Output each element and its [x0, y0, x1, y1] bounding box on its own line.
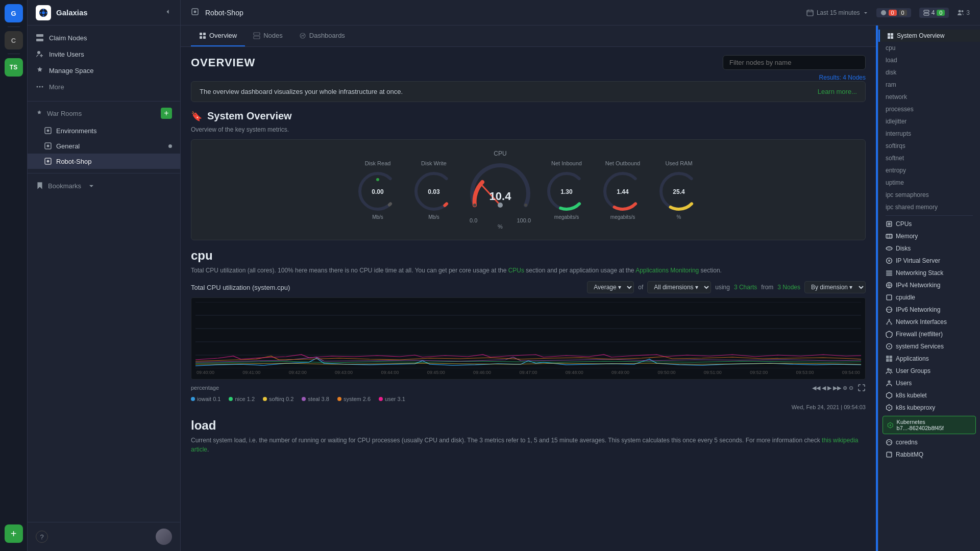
alerts-badge[interactable]: 0 0 — [876, 8, 911, 17]
right-item-firewall[interactable]: Firewall (netfilter) — [878, 328, 980, 340]
right-item-processes[interactable]: processes — [878, 103, 980, 115]
charts-link[interactable]: 3 Charts — [734, 284, 757, 291]
right-item-softirqs[interactable]: softirqs — [878, 140, 980, 152]
user-avatar[interactable] — [156, 529, 172, 545]
workspace-c[interactable]: C — [5, 31, 23, 49]
right-item-ipv6[interactable]: IPv6 Networking — [878, 304, 980, 316]
svg-rect-26 — [203, 33, 206, 35]
nodes-badge[interactable]: 4 0 — [919, 8, 949, 18]
svg-point-91 — [887, 440, 892, 445]
by-select[interactable]: By dimension ▾ — [804, 281, 866, 293]
right-sidebar: System Overview cpu load disk ram networ… — [878, 26, 980, 551]
sidebar-item-invite-users[interactable]: Invite Users — [28, 46, 180, 62]
right-item-cpus[interactable]: CPUs — [878, 218, 980, 230]
sidebar: Galaxias Claim Nodes Invite Users Manage… — [28, 0, 181, 551]
k8s-kubeproxy-icon — [886, 404, 893, 411]
right-item-ip-virtual-server[interactable]: IP Virtual Server — [878, 255, 980, 267]
right-item-system-overview[interactable]: System Overview — [878, 30, 980, 42]
nodes-link[interactable]: 3 Nodes — [777, 284, 800, 291]
svg-point-3 — [43, 15, 44, 16]
tab-overview[interactable]: Overview — [191, 26, 245, 46]
right-item-interrupts[interactable]: interrupts — [878, 128, 980, 140]
right-item-entropy[interactable]: entropy — [878, 164, 980, 177]
disks-icon — [886, 245, 893, 252]
gauge-net-outbound: Net Outbound 1.44 megabits/s — [600, 160, 646, 220]
legend-steal: steal 3.8 — [302, 396, 329, 402]
svg-rect-83 — [890, 356, 892, 358]
svg-rect-29 — [254, 33, 260, 35]
wiki-link[interactable]: this wikipedia article — [191, 437, 858, 453]
sidebar-item-claim-nodes[interactable]: Claim Nodes — [28, 30, 180, 46]
percentage-label: percentage — [191, 385, 219, 391]
right-item-ipc-shared-memory[interactable]: ipc shared memory — [878, 201, 980, 213]
right-item-cpu[interactable]: cpu — [878, 42, 980, 54]
war-room-environments[interactable]: Environments — [28, 123, 180, 138]
right-item-cpuidle[interactable]: cpuidle — [878, 291, 980, 304]
tab-bar: Overview Nodes Dashboards — [181, 26, 876, 47]
svg-line-79 — [889, 320, 891, 323]
users-count[interactable]: 3 — [957, 9, 970, 16]
app-monitoring-link[interactable]: Applications Monitoring — [635, 267, 699, 274]
right-item-network-interfaces[interactable]: Network Interfaces — [878, 316, 980, 328]
right-item-memory[interactable]: Memory — [878, 230, 980, 242]
right-item-applications[interactable]: Applications — [878, 353, 980, 365]
right-item-ipc-semaphores[interactable]: ipc semaphores — [878, 189, 980, 201]
war-room-general[interactable]: General — [28, 138, 180, 154]
right-item-softnet[interactable]: softnet — [878, 152, 980, 164]
gauge-disk-write: Disk Write 0.03 Mb/s — [411, 160, 457, 220]
learn-more-link[interactable]: Learn more... — [818, 88, 857, 95]
war-room-robot-shop[interactable]: Robot-Shop — [28, 154, 180, 169]
system-color — [337, 397, 341, 401]
cpu-title: cpu — [191, 248, 866, 263]
right-item-k8s-kubeproxy[interactable]: k8s kubeproxy — [878, 402, 980, 414]
right-item-uptime[interactable]: uptime — [878, 177, 980, 189]
sidebar-item-more[interactable]: More — [28, 79, 180, 95]
filter-nodes-input[interactable] — [723, 55, 866, 70]
right-item-coredns[interactable]: coredns — [878, 436, 980, 448]
right-item-idlejitter[interactable]: idlejitter — [878, 115, 980, 128]
tab-dashboards[interactable]: Dashboards — [291, 26, 353, 46]
right-item-kubernetes[interactable]: Kubernetes b7...-862402b8f45f — [883, 416, 976, 434]
right-item-rabbitmq[interactable]: RabbitMQ — [878, 448, 980, 461]
svg-rect-85 — [890, 359, 892, 362]
chart-controls: Average ▾ of All dimensions ▾ using 3 Ch… — [587, 281, 866, 293]
workspace-g[interactable]: G — [5, 4, 23, 22]
dimensions-select[interactable]: All dimensions ▾ — [647, 281, 711, 293]
avg-select[interactable]: Average ▾ — [587, 281, 634, 293]
right-item-disks[interactable]: Disks — [878, 242, 980, 255]
sidebar-collapse-button[interactable] — [164, 8, 172, 17]
right-item-network[interactable]: network — [878, 91, 980, 103]
tab-nodes[interactable]: Nodes — [245, 26, 291, 46]
right-item-disk[interactable]: disk — [878, 66, 980, 79]
right-item-ipv4[interactable]: IPv4 Networking — [878, 279, 980, 291]
center-panel: Overview Nodes Dashboards OVERVIEW Resul… — [181, 26, 876, 551]
time-range[interactable]: Last 15 minutes — [806, 9, 868, 16]
add-war-room-button[interactable]: + — [161, 108, 172, 119]
gauge-disk-read: Disk Read 0.00 Mb/s — [355, 160, 401, 220]
project-icon — [191, 8, 199, 17]
chart-expand-icon[interactable] — [857, 384, 866, 392]
right-item-users[interactable]: Users — [878, 377, 980, 389]
right-item-networking-stack[interactable]: Networking Stack — [878, 267, 980, 279]
overview-header: OVERVIEW — [181, 47, 876, 78]
svg-rect-21 — [924, 10, 929, 12]
right-item-ram[interactable]: ram — [878, 79, 980, 91]
sidebar-item-manage-space[interactable]: Manage Space — [28, 62, 180, 79]
sidebar-nav: Claim Nodes Invite Users Manage Space Mo… — [28, 26, 180, 99]
iowait-color — [191, 397, 195, 401]
svg-text:10.4: 10.4 — [489, 190, 512, 203]
gauge-cpu: CPU — [467, 150, 533, 230]
right-item-load[interactable]: load — [878, 54, 980, 66]
right-item-user-groups[interactable]: User Groups — [878, 365, 980, 377]
workspace-ts[interactable]: TS — [5, 58, 23, 77]
right-item-k8s-kubelet[interactable]: k8s kubelet — [878, 389, 980, 402]
cpus-link[interactable]: CPUs — [508, 267, 524, 274]
svg-rect-60 — [888, 222, 890, 225]
help-button[interactable]: ? — [36, 531, 48, 543]
war-rooms-header[interactable]: War Rooms + — [28, 104, 180, 123]
svg-rect-92 — [887, 452, 892, 457]
bookmarks-header[interactable]: Bookmarks — [28, 178, 180, 194]
svg-point-90 — [890, 424, 891, 426]
right-item-systemd[interactable]: systemd Services — [878, 340, 980, 353]
add-workspace-button[interactable]: + — [5, 524, 23, 543]
